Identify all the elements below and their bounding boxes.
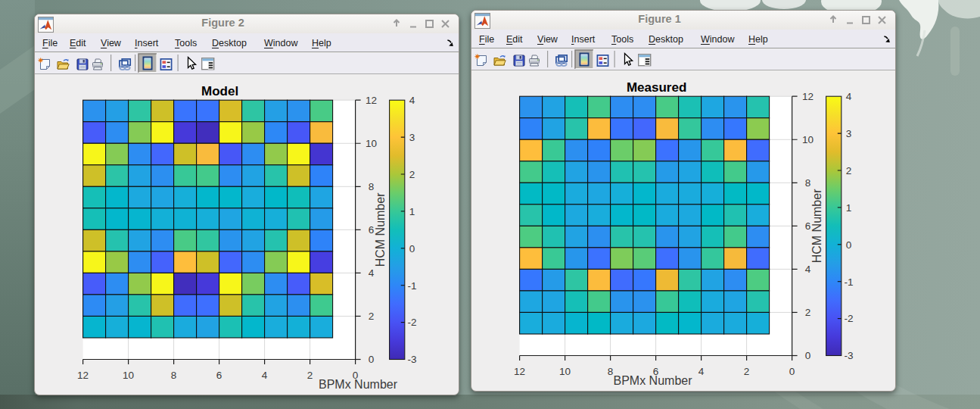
svg-text:8: 8 (369, 181, 375, 192)
svg-text:0: 0 (409, 243, 415, 254)
svg-text:12: 12 (514, 366, 525, 377)
svg-text:Measured: Measured (627, 80, 686, 95)
svg-text:BPMx Number: BPMx Number (613, 374, 692, 387)
svg-text:-2: -2 (844, 313, 853, 324)
svg-text:6: 6 (805, 220, 811, 232)
svg-text:0: 0 (789, 366, 795, 377)
svg-text:1: 1 (409, 206, 415, 217)
svg-text:10: 10 (559, 366, 571, 377)
svg-text:2: 2 (805, 307, 811, 318)
svg-text:2: 2 (409, 169, 415, 180)
svg-text:0: 0 (369, 354, 375, 365)
svg-text:10: 10 (123, 370, 134, 381)
svg-text:12: 12 (366, 95, 377, 106)
svg-text:8: 8 (805, 177, 811, 189)
svg-text:4: 4 (409, 95, 415, 106)
svg-text:4: 4 (698, 366, 705, 377)
svg-text:-3: -3 (407, 354, 416, 365)
svg-text:2: 2 (307, 370, 313, 381)
svg-text:2: 2 (846, 165, 852, 176)
svg-text:12: 12 (77, 370, 89, 381)
svg-text:0: 0 (805, 350, 811, 361)
svg-text:10: 10 (366, 138, 377, 149)
svg-text:-1: -1 (844, 276, 853, 288)
svg-text:4: 4 (369, 267, 375, 279)
svg-text:HCM Number: HCM Number (375, 192, 387, 267)
svg-text:2: 2 (369, 311, 375, 322)
svg-text:3: 3 (409, 132, 415, 143)
svg-text:8: 8 (608, 366, 614, 377)
svg-text:12: 12 (802, 91, 814, 102)
svg-text:HCM Number: HCM Number (811, 189, 824, 263)
svg-text:-2: -2 (407, 317, 416, 328)
svg-text:1: 1 (846, 202, 852, 214)
svg-text:4: 4 (846, 91, 852, 102)
svg-text:10: 10 (802, 134, 814, 145)
svg-text:4: 4 (262, 370, 268, 381)
svg-text:3: 3 (846, 128, 852, 139)
svg-text:BPMx Number: BPMx Number (319, 378, 398, 391)
svg-text:2: 2 (744, 366, 750, 377)
svg-text:Model: Model (201, 84, 238, 98)
svg-text:-1: -1 (407, 280, 416, 292)
svg-text:6: 6 (216, 370, 222, 381)
svg-text:-3: -3 (844, 350, 853, 361)
svg-text:8: 8 (171, 370, 177, 381)
svg-text:6: 6 (369, 224, 375, 236)
svg-text:4: 4 (805, 264, 811, 275)
svg-text:0: 0 (846, 239, 852, 251)
